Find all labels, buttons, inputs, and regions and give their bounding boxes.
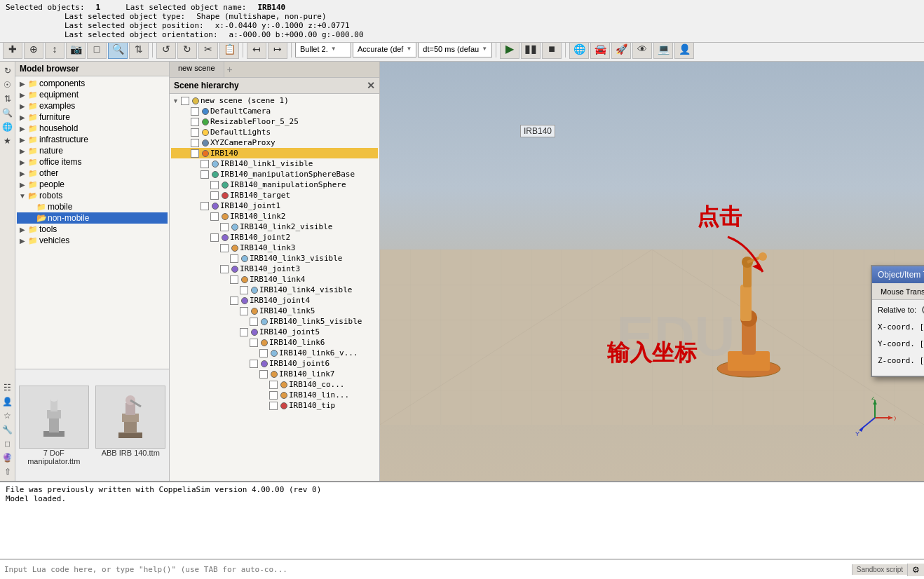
left-icon-6[interactable]: ★: [1, 135, 14, 147]
scene-tree-item-14[interactable]: IRB140_link3: [171, 243, 378, 253]
scene-tree-item-6[interactable]: IRB140_link1_visible: [171, 158, 378, 169]
left-icon-2[interactable]: ☉: [1, 79, 14, 91]
tree-item-examples[interactable]: ▶ 📁 examples: [17, 100, 168, 111]
left-icon-bottom6[interactable]: 🔮: [1, 451, 14, 464]
expand-infrastructure[interactable]: ▶: [18, 135, 27, 144]
tree-item-tools[interactable]: ▶ 📁 tools: [17, 224, 168, 235]
scene-tree-item-15[interactable]: IRB140_link3_visible: [171, 253, 378, 264]
scene-tree-item-28[interactable]: IRB140_lin...: [171, 390, 378, 400]
scene-tree-item-3[interactable]: DefaultLights: [171, 127, 378, 137]
timestep-dropdown[interactable]: dt=50 ms (defau ▼: [418, 41, 492, 57]
tree-item-non-mobile[interactable]: 📂 non-mobile: [17, 212, 168, 224]
scene-tree-item-10[interactable]: IRB140_joint1: [171, 200, 378, 211]
scene-tree-item-26[interactable]: IRB140_link7: [171, 369, 378, 379]
scene-tree-item-9[interactable]: IRB140_target: [171, 190, 378, 200]
folder-icon-vehicles: 📁: [28, 236, 38, 245]
expand-household[interactable]: ▶: [18, 124, 27, 132]
tree-item-infrastructure[interactable]: ▶ 📁 infrastructure: [17, 134, 168, 145]
tree-item-vehicles[interactable]: ▶ 📁 vehicles: [17, 235, 168, 246]
left-icon-bottom1[interactable]: ☷: [1, 381, 14, 394]
left-icon-bottom5[interactable]: □: [1, 437, 14, 450]
expand-furniture[interactable]: ▶: [18, 113, 27, 121]
scene-tree-item-5[interactable]: IRB140: [171, 148, 378, 158]
expand-robots[interactable]: ▼: [18, 191, 27, 200]
tree-item-mobile[interactable]: 📁 mobile: [17, 201, 168, 212]
expand-nature[interactable]: ▶: [18, 147, 27, 155]
info-row-2: Last selected object type: Shape (multis…: [6, 12, 918, 21]
expand-equipment[interactable]: ▶: [18, 90, 27, 99]
scene-tree-item-19[interactable]: IRB140_joint4: [171, 295, 378, 306]
scene-tree-item-22[interactable]: IRB140_joint5: [171, 327, 378, 337]
console-line-1: File was previously written with Coppeli…: [6, 485, 918, 494]
folder-icon-non-mobile: 📂: [36, 213, 46, 223]
folder-icon-equipment: 📁: [28, 90, 38, 100]
expand-non-mobile[interactable]: [27, 214, 35, 222]
left-icon-3[interactable]: ⇅: [1, 93, 14, 105]
expand-office-items[interactable]: ▶: [18, 158, 27, 166]
scene-tree-item-4[interactable]: XYZCameraProxy: [171, 137, 378, 148]
tree-item-household[interactable]: ▶ 📁 household: [17, 123, 168, 134]
tree-item-nature[interactable]: ▶ 📁 nature: [17, 145, 168, 156]
scene-tree-item-20[interactable]: IRB140_link5: [171, 306, 378, 316]
viewport[interactable]: IRB140 EDU X Z: [380, 62, 924, 481]
left-icon-bottom7[interactable]: ⇧: [1, 465, 14, 478]
scene-tree-item-2[interactable]: ResizableFloor_5_25: [171, 116, 378, 127]
expand-tools[interactable]: ▶: [18, 225, 27, 233]
model-browser-panel: Model browser ▶ 📁 components ▶ 📁 equipme…: [15, 62, 170, 481]
add-scene-button[interactable]: +: [224, 62, 236, 77]
lua-settings-button[interactable]: ⚙: [907, 564, 924, 576]
tree-item-people[interactable]: ▶ 📁 people: [17, 179, 168, 190]
tree-item-furniture[interactable]: ▶ 📁 furniture: [17, 111, 168, 123]
left-icon-5[interactable]: 🌐: [1, 121, 14, 133]
lua-input-field[interactable]: [0, 560, 852, 579]
folder-icon-examples: 📁: [28, 101, 38, 111]
relative-to-label: Relative to:: [878, 306, 916, 314]
expand-vehicles[interactable]: ▶: [18, 236, 27, 245]
expand-other[interactable]: ▶: [18, 169, 27, 177]
preview-label-1: 7 DoF manipulator.ttm: [18, 449, 90, 465]
scene-tree-item-16[interactable]: IRB140_joint3: [171, 264, 378, 274]
scene-tree-item-17[interactable]: IRB140_link4: [171, 274, 378, 285]
tree-item-office-items[interactable]: ▶ 📁 office items: [17, 156, 168, 168]
scene-tree-item-12[interactable]: IRB140_link2_visible: [171, 222, 378, 232]
expand-people[interactable]: ▶: [18, 180, 27, 189]
expand-examples[interactable]: ▶: [18, 102, 27, 110]
left-icon-bottom2[interactable]: 👤: [1, 395, 14, 408]
expand-mobile[interactable]: [27, 203, 35, 211]
scene-tree-item-7[interactable]: IRB140_manipulationSphereBase: [171, 169, 378, 179]
scene-tree-item-0[interactable]: ▼new scene (scene 1): [171, 95, 378, 106]
last-type-value: Shape (multishape, non-pure): [196, 12, 326, 21]
scene-tree-item-13[interactable]: IRB140_joint2: [171, 232, 378, 243]
svg-line-30: [860, 418, 875, 430]
left-icon-bottom3[interactable]: ☆: [1, 409, 14, 422]
scene-tree-item-27[interactable]: IRB140_co...: [171, 379, 378, 390]
tree-item-other[interactable]: ▶ 📁 other: [17, 168, 168, 179]
translation-dialog: Object/Item Translation/Position ✕ Mouse…: [871, 265, 924, 377]
physics-dropdown[interactable]: Bullet 2. ▼: [295, 41, 351, 57]
scene-tree-item-29[interactable]: IRB140_tip: [171, 400, 378, 411]
scene-tree-item-8[interactable]: IRB140_manipulationSphere: [171, 179, 378, 190]
left-icon-4[interactable]: 🔍: [1, 107, 14, 119]
new-scene-tab[interactable]: new scene: [170, 62, 224, 77]
preview-box-2[interactable]: [95, 386, 165, 449]
label-infrastructure: infrastructure: [39, 135, 88, 144]
tree-item-robots[interactable]: ▼ 📂 robots: [17, 190, 168, 201]
scene-tree-item-25[interactable]: IRB140_joint6: [171, 358, 378, 369]
preview-box-1[interactable]: [19, 386, 89, 449]
tab-mouse-translation[interactable]: Mouse Translation: [872, 283, 924, 299]
last-name-label: Last selected object name:: [125, 3, 246, 12]
expand-components[interactable]: ▶: [18, 79, 27, 88]
scene-tree-item-21[interactable]: IRB140_link5_visible: [171, 316, 378, 327]
left-icon-1[interactable]: ↻: [1, 64, 14, 77]
tree-item-equipment[interactable]: ▶ 📁 equipment: [17, 89, 168, 100]
left-icon-bottom4[interactable]: 🔧: [1, 423, 14, 436]
scene-tree-item-1[interactable]: DefaultCamera: [171, 106, 378, 116]
scene-close-button[interactable]: ✕: [367, 80, 375, 91]
scene-tree-item-23[interactable]: IRB140_link6: [171, 337, 378, 348]
scene-tree-item-11[interactable]: IRB140_link2: [171, 211, 378, 222]
solver-dropdown[interactable]: Accurate (def ▼: [353, 41, 416, 57]
scene-tree-item-24[interactable]: IRB140_link6_v...: [171, 348, 378, 358]
timestep-label: dt=50 ms (defau: [423, 45, 479, 53]
scene-tree-item-18[interactable]: IRB140_link4_visible: [171, 285, 378, 295]
tree-item-components[interactable]: ▶ 📁 components: [17, 78, 168, 89]
